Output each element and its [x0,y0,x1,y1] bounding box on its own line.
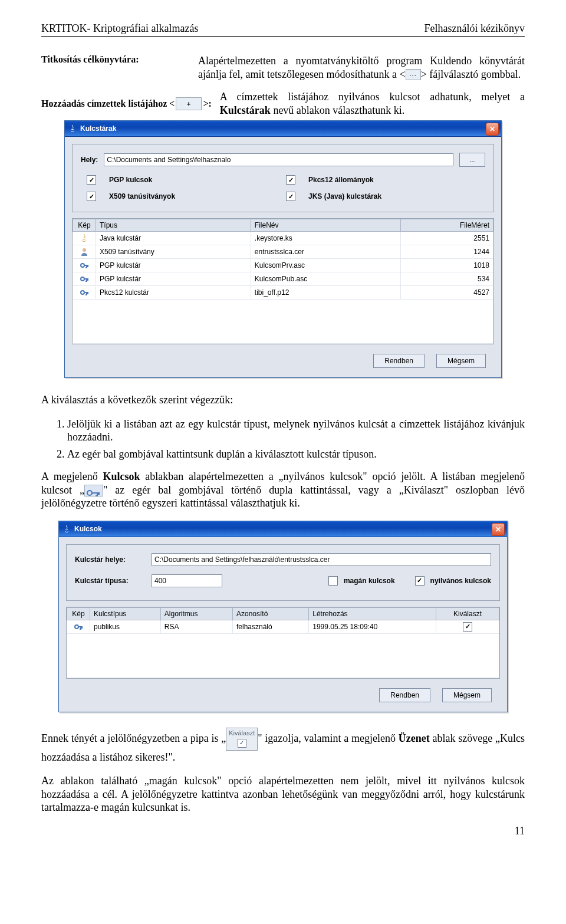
para-magan: Az ablakon található „magán kulcsok" opc… [41,774,525,814]
dialog-title: Kulcsok [74,525,102,533]
kulcstar-helye-input[interactable]: C:\Documents and Settings\felhasználó\en… [152,553,491,566]
close-icon[interactable]: ✕ [486,123,499,136]
kulcstar-tipusa-input[interactable]: 400 [152,574,222,587]
page-number: 11 [41,825,525,837]
selection-steps: Jelöljük ki a listában azt az egy kulcst… [67,417,525,461]
chk-x509-label: X509 tanúsítványok [109,192,286,200]
hely-label: Hely: [81,156,98,164]
col-algoritmus[interactable]: Algoritmus [160,607,232,620]
page-header: KRTITOK- Kriptográfiai alkalmazás Felhas… [41,22,525,37]
kivalaszt-inline-icon: Kiválaszt [226,728,258,751]
chk-jks-label: JKS (Java) kulcstárak [308,192,485,200]
table-row[interactable]: publikus RSA felhasználó 1999.05.25 18:0… [67,620,499,633]
browse-button[interactable]: ... [459,153,485,167]
kivalaszt-checkbox[interactable] [463,622,472,632]
kulcstar-tipusa-label: Kulcstár típusa: [75,577,146,585]
para-kivalasztas: A kiválasztás a következők szerint végez… [41,393,525,407]
def-term-celkonyvtar: Titkosítás célkönyvtára: [41,54,198,81]
col-kep[interactable]: Kép [73,219,96,232]
key-icon [74,622,83,632]
col-letrehozas[interactable]: Létrehozás [309,607,436,620]
chk-nyilvanos-label: nyilvános kulcsok [430,577,491,585]
dialog-title: Kulcstárak [80,124,116,133]
svg-point-5 [75,625,78,629]
svg-point-2 [81,277,84,281]
rendben-button[interactable]: Rendben [379,688,430,702]
plus-icon: + [176,97,202,110]
def-body-celkonyvtar: Alapértelmezetten a nyomtatványkitöltő p… [198,54,525,81]
kulcstar-helye-label: Kulcstár helye: [75,555,146,564]
kulcsok-dialog: Kulcsok ✕ Kulcstár helye: C:\Documents a… [58,521,508,712]
key-icon [80,288,89,297]
user-icon [80,247,89,257]
table-row[interactable]: Java kulcstár .keystore.ks 2551 [73,232,493,245]
col-kep[interactable]: Kép [67,607,90,620]
java-icon [80,234,89,243]
java-icon [62,525,71,533]
key-icon [80,261,89,270]
col-filemeret[interactable]: FileMéret [401,219,493,232]
chk-pkcs12-label: Pkcs12 állományok [308,176,485,184]
col-tipus[interactable]: Típus [96,219,251,232]
hely-input[interactable]: C:\Documents and Settings\felhasznalo [104,153,453,166]
dialog-titlebar: Kulcstárak ✕ [65,121,501,137]
dialog-titlebar: Kulcsok ✕ [59,521,507,537]
chk-nyilvanos[interactable] [415,576,424,586]
chk-pkcs12[interactable] [286,175,295,185]
definition-hozzaadas: Hozzáadás címzettek listájához < + >: A … [41,90,525,117]
chk-magan[interactable] [328,576,338,586]
table-row[interactable]: PGP kulcstár KulcsomPrv.asc 1018 [73,259,493,272]
close-icon[interactable]: ✕ [492,523,505,536]
kulcstar-table: Kép Típus FileNév FileMéret Java kulcstá… [73,219,493,344]
key-icon [84,485,103,496]
col-kivalaszt[interactable]: Kiválaszt [436,607,499,620]
svg-point-0 [83,248,86,252]
list-item: Jelöljük ki a listában azt az egy kulcst… [67,417,525,444]
megsem-button[interactable]: Mégsem [436,354,486,368]
para-kulcsok: A megjelenő Kulcsok ablakban alapértelme… [41,470,525,510]
java-icon [68,124,77,133]
col-kulcstipus[interactable]: Kulcstípus [90,607,161,620]
chk-magan-label: magán kulcsok [344,577,395,585]
col-filenev[interactable]: FileNév [251,219,400,232]
svg-point-3 [81,291,84,294]
header-right: Felhasználói kézikönyv [424,22,525,35]
svg-point-4 [87,491,92,495]
table-row[interactable]: Pkcs12 kulcstár tibi_off.p12 4527 [73,286,493,300]
chk-jks[interactable] [286,192,295,201]
col-azonosito[interactable]: Azonosító [232,607,308,620]
def-body-hozzaadas: A címzettek listájához nyilvános kulcsot… [220,90,525,117]
chk-x509[interactable] [87,192,96,201]
browse-icon: ... [406,69,421,80]
definition-celkonyvtar: Titkosítás célkönyvtára: Alapértelmezett… [41,54,525,81]
kulcstarak-dialog: Kulcstárak ✕ Hely: C:\Documents and Sett… [64,120,502,378]
list-item: Az egér bal gombjával kattintsunk duplán… [67,448,525,461]
def-term-hozzaadas: Hozzáadás címzettek listájához < + >: [41,90,220,117]
table-row[interactable]: X509 tanúsítvány entrustsslca.cer 1244 [73,245,493,259]
chk-pgp-label: PGP kulcsok [109,176,286,184]
svg-point-1 [81,264,84,267]
megsem-button[interactable]: Mégsem [442,688,492,702]
header-left: KRTITOK- Kriptográfiai alkalmazás [41,22,199,35]
para-pipa: Ennek tényét a jelölőnégyzetben a pipa i… [41,728,525,764]
table-row[interactable]: PGP kulcstár KulcsomPub.asc 534 [73,272,493,286]
key-icon [80,274,89,284]
kulcsok-table: Kép Kulcstípus Algoritmus Azonosító Létr… [67,607,499,678]
rendben-button[interactable]: Rendben [373,354,424,368]
chk-pgp[interactable] [87,175,96,185]
